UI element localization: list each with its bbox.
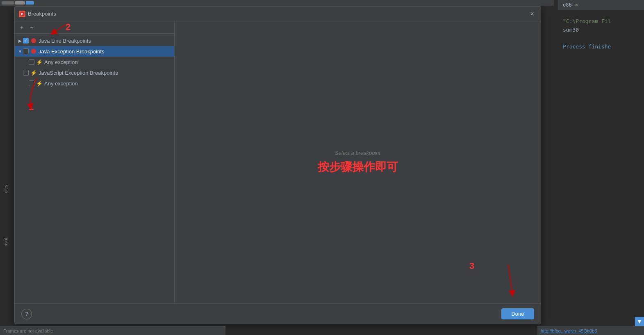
- code-line-empty: [563, 34, 639, 43]
- close-button[interactable]: ×: [528, 10, 537, 18]
- java-any-label: Any exception: [44, 59, 78, 65]
- tab-item[interactable]: o86 ×: [560, 1, 580, 9]
- add-breakpoint-button[interactable]: +: [17, 23, 26, 32]
- dialog-title: B Breakpoints: [19, 11, 56, 17]
- code-line-var: sum30: [563, 26, 639, 34]
- tree-item-java-line[interactable]: ▶ Java Line Breakpoints: [15, 35, 174, 46]
- scroll-down-button[interactable]: ▼: [635, 317, 644, 326]
- red-circle-shape2: [31, 49, 36, 54]
- checkbox-js-any[interactable]: [29, 80, 34, 86]
- select-hint: Select a breakpoint: [318, 150, 398, 156]
- toolbar: + −: [15, 21, 174, 34]
- breakpoints-dialog: B Breakpoints × + − ▶: [14, 6, 541, 324]
- js-any-label: Any exception: [44, 80, 78, 87]
- dialog-titlebar: B Breakpoints ×: [15, 7, 541, 21]
- lightning-shape-js-any: ⚡: [36, 80, 43, 87]
- red-circle-shape: [31, 38, 36, 43]
- lightning-icon-java-any: ⚡: [36, 59, 43, 65]
- status-bar-right: http://bfog...welvn_45Qb0b5: [537, 326, 644, 335]
- dialog-title-text: Breakpoints: [28, 11, 56, 17]
- frames-text: Frames are not available: [3, 328, 53, 333]
- code-line-path: "C:\Program Fil: [563, 17, 639, 26]
- toggle-none2: [23, 80, 29, 86]
- dialog-footer: ? Done: [15, 303, 541, 324]
- toggle-arrow-js: [17, 70, 23, 76]
- left-panel: + − ▶ Java Line Breakpoints ▼: [15, 21, 175, 303]
- lightning-icon-js-any: ⚡: [36, 80, 43, 87]
- status-link[interactable]: http://bfog...welvn_45Qb0b5: [541, 328, 597, 333]
- red-circle-icon-exception: [30, 48, 37, 55]
- code-line-process2: Process finishe: [563, 43, 639, 51]
- ide-left-label-oles: oles: [0, 185, 8, 193]
- intellij-icon: B: [19, 11, 25, 17]
- tab-bar: o86 ×: [558, 0, 644, 10]
- js-exception-label: JavaScript Exception Breakpoints: [39, 70, 118, 76]
- scroll-indicator: [2, 1, 14, 5]
- tree-item-java-exception[interactable]: ▼ Java Exception Breakpoints: [15, 46, 174, 57]
- lightning-icon-js: ⚡: [30, 69, 37, 76]
- lightning-shape-js: ⚡: [30, 70, 37, 76]
- tree-item-java-any-exception[interactable]: ⚡ Any exception: [15, 57, 174, 67]
- svg-text:B: B: [21, 13, 23, 16]
- lightning-shape: ⚡: [36, 59, 43, 65]
- java-exception-label: Java Exception Breakpoints: [39, 48, 104, 55]
- toggle-arrow-java-line: ▶: [17, 38, 23, 44]
- done-button[interactable]: Done: [501, 308, 534, 319]
- ide-right-panel: o86 × "C:\Program Fil sum30 Process fini…: [558, 0, 644, 335]
- tab-close-icon[interactable]: ×: [575, 2, 578, 8]
- ide-left-label-nsol: nsol: [0, 238, 8, 246]
- checkbox-js-exception[interactable]: [23, 70, 29, 76]
- toggle-none1: [23, 59, 29, 65]
- toggle-arrow-java-exception: ▼: [17, 48, 23, 54]
- scroll-down-icon: ▼: [637, 318, 642, 325]
- dialog-title-icon: B: [19, 11, 25, 17]
- status-bar: Frames are not available: [0, 326, 225, 335]
- top-scrollbar: [0, 0, 554, 6]
- dialog-body: + − ▶ Java Line Breakpoints ▼: [15, 21, 541, 303]
- remove-breakpoint-button[interactable]: −: [27, 23, 36, 32]
- java-line-label: Java Line Breakpoints: [39, 38, 91, 44]
- annotation-chinese: 按步骤操作即可: [318, 159, 398, 175]
- checkbox-java-any[interactable]: [29, 59, 34, 65]
- tab-label: o86: [563, 2, 572, 8]
- scroll-indicator2: [15, 1, 25, 5]
- tree-item-js-any-exception[interactable]: ⚡ Any exception: [15, 78, 174, 89]
- checkbox-java-exception[interactable]: [23, 48, 29, 54]
- checkbox-java-line[interactable]: [23, 38, 29, 44]
- scroll-indicator3: [26, 1, 34, 5]
- right-panel: Select a breakpoint 按步骤操作即可: [175, 21, 541, 303]
- breakpoints-tree: ▶ Java Line Breakpoints ▼ Java Exception…: [15, 34, 174, 303]
- tree-item-js-exception[interactable]: ⚡ JavaScript Exception Breakpoints: [15, 67, 174, 78]
- help-button[interactable]: ?: [21, 309, 32, 319]
- red-circle-icon: [30, 37, 37, 44]
